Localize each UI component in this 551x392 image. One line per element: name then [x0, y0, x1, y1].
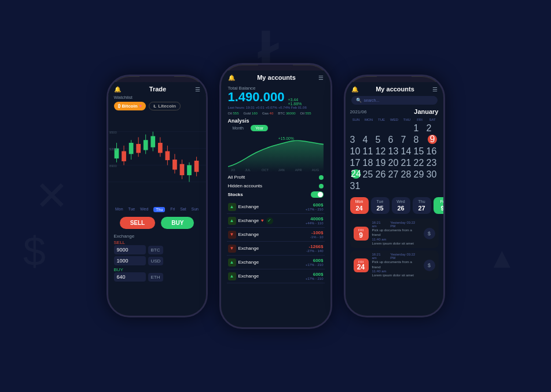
chip-bitcoin[interactable]: ₿ Bitcoin ♥ — [114, 102, 146, 110]
day-sun: Sun — [192, 207, 199, 212]
day-wed: Wed — [140, 207, 148, 212]
exchange-sub-1: +17% - 210 — [306, 208, 324, 211]
day-wed-item[interactable]: Wed 26 — [392, 197, 410, 214]
bell-icon: 🔔 — [114, 86, 121, 93]
hidden-label: Hidden accounts — [228, 183, 263, 188]
exchange-item-6-left: ▲ Exchange — [228, 272, 259, 280]
cal-d16[interactable]: 16 — [427, 146, 439, 157]
cal-d8[interactable]: 8 — [414, 135, 426, 145]
svg-text:JAN: JAN — [278, 168, 284, 172]
cal-d0d — [388, 123, 401, 134]
calendar-year: 2021/06 — [350, 109, 367, 114]
event-date-badge-1: FRI 9 — [354, 227, 369, 241]
hidden-indicator — [319, 184, 324, 188]
cal-d26[interactable]: 26 — [376, 169, 388, 180]
svg-rect-25 — [187, 165, 192, 175]
cal-d7[interactable]: 7 — [401, 135, 413, 145]
cal-d12[interactable]: 12 — [376, 146, 388, 157]
buy-value-input[interactable] — [114, 272, 146, 282]
cal-d17[interactable]: 17 — [350, 158, 362, 168]
cal-d23[interactable]: 23 — [427, 158, 439, 168]
event-date-1a: Yesterday 03:22 PM — [390, 221, 420, 228]
exchange-amount-6: 600$ — [313, 272, 324, 277]
day-tue-item[interactable]: Tue 25 — [371, 197, 390, 214]
chip-litecoin[interactable]: Ł Litecoin — [149, 102, 181, 110]
day-mon-item[interactable]: Mon 24 — [350, 197, 369, 214]
bg-avalanche-icon: ▲ — [488, 241, 517, 275]
exchange-item-5-left: ▲ Exchange — [228, 258, 259, 267]
exchange-sub-2: +44% - 110 — [306, 221, 324, 225]
buy-currency: USD — [148, 257, 164, 265]
cal-d10[interactable]: 10 — [350, 146, 362, 157]
litecoin-icon: Ł — [153, 103, 156, 109]
cal-d19[interactable]: 19 — [376, 158, 388, 168]
cal-d11[interactable]: 11 — [363, 146, 375, 157]
buy-button[interactable]: BUY — [161, 217, 194, 229]
cal-d15[interactable]: 15 — [414, 146, 426, 157]
notch-right — [377, 76, 412, 82]
cal-d29[interactable]: 29 — [414, 169, 426, 180]
cal-d4[interactable]: 4 — [363, 135, 375, 145]
exchange-item-6: ▲ Exchange 600$ +17% - 210 — [227, 269, 325, 283]
arrow-down-4: ▼ — [228, 245, 236, 253]
cal-d27[interactable]: 27 — [388, 169, 401, 180]
bell-icon-center: 🔔 — [228, 75, 235, 81]
cal-d20[interactable]: 20 — [388, 158, 401, 168]
tab-month[interactable]: Month — [228, 125, 248, 131]
event-content-2: 16:21 am Yesterday 03:22 PM Pick up docu… — [372, 253, 420, 278]
total-balance-row: 1.490.000 +3.44 +1.88% — [228, 91, 324, 106]
cal-d9[interactable]: 9 — [428, 135, 437, 144]
cal-d13[interactable]: 13 — [388, 146, 401, 157]
cal-d31[interactable]: 31 — [350, 181, 362, 191]
cal-week-6: 31 — [350, 181, 439, 191]
profit-row: All Profit — [221, 173, 330, 182]
cal-d5[interactable]: 5 — [376, 135, 388, 145]
cal-d30[interactable]: 30 — [427, 169, 439, 180]
cal-d1[interactable]: 1 — [414, 123, 426, 134]
cal-d18[interactable]: 18 — [363, 158, 375, 168]
cal-d25[interactable]: 25 — [363, 169, 375, 180]
cal-d14[interactable]: 14 — [401, 146, 413, 157]
svg-text:APR: APR — [295, 168, 302, 172]
cal-d22[interactable]: 22 — [414, 158, 426, 168]
total-balance-section: Total Balance 1.490.000 +3.44 +1.88% Las… — [221, 83, 330, 110]
cal-d24[interactable]: 24 — [351, 169, 361, 179]
exchange-sub-3: -1% - 10 — [310, 235, 324, 239]
trade-buttons: SELL BUY — [108, 213, 206, 232]
bitcoin-icon: ₿ — [118, 103, 120, 109]
day-fri-item[interactable]: Fri 9 — [434, 197, 443, 214]
cal-d2[interactable]: 2 — [427, 123, 439, 134]
cal-wed: WED — [388, 117, 401, 122]
day-tue: Tue — [128, 207, 135, 212]
stocks-toggle[interactable] — [311, 191, 324, 198]
day-thu-item[interactable]: Thu 27 — [413, 197, 431, 214]
exchange-amount-2: 4000$ — [310, 216, 323, 221]
cal-d21[interactable]: 21 — [401, 158, 413, 168]
exchange-name-4: Exchange — [238, 246, 259, 251]
exchange-section: Exchange SELL BTC USD BUY ETH — [108, 232, 206, 284]
watchlist-label: Watchlist — [108, 95, 206, 102]
day-thu-num: 27 — [418, 205, 425, 212]
bell-icon-right: 🔔 — [351, 86, 358, 93]
day-thu[interactable]: Thu — [153, 207, 165, 212]
event-card-2: FRI 24 16:21 am Yesterday 03:22 PM Pick … — [350, 250, 439, 280]
exchange-item-1-left: ▲ Exchange — [228, 203, 259, 211]
exchange-sub-6: +17% - 210 — [306, 277, 324, 280]
tab-year[interactable]: Year — [251, 125, 268, 131]
buy-amount-input[interactable] — [114, 256, 146, 265]
cal-d6[interactable]: 6 — [388, 135, 401, 145]
day-fri: Fri — [170, 207, 175, 212]
svg-rect-23 — [179, 164, 184, 175]
day-thu-name: Thu — [418, 199, 425, 204]
sell-button[interactable]: SELL — [120, 217, 156, 229]
bg-xrp-icon: ✕ — [35, 172, 69, 220]
cal-week-5: 24 25 26 27 28 29 30 — [350, 169, 439, 180]
sell-value-input[interactable] — [114, 245, 146, 254]
search-bar[interactable]: 🔍 search... — [351, 96, 438, 105]
bitcoin-label: Bitcoin — [122, 103, 138, 109]
exchange-item-2-left: ▲ Exchange ♥ ✓ — [228, 217, 273, 225]
cal-d3[interactable]: 3 — [350, 135, 362, 145]
arrow-up-6: ▲ — [228, 272, 236, 280]
svg-text:AUG: AUG — [311, 168, 319, 172]
cal-d28[interactable]: 28 — [401, 169, 413, 180]
